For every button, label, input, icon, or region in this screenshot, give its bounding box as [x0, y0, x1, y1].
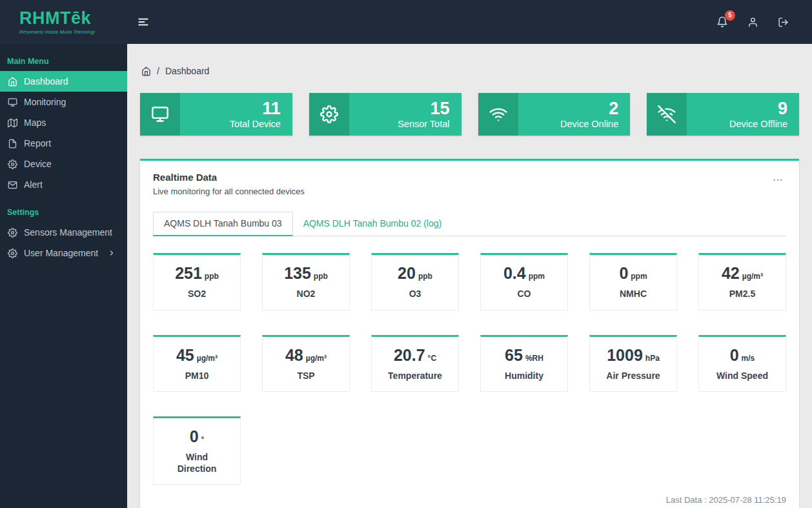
- sensor-unit: ppb: [418, 272, 432, 281]
- sensor-unit: µg/m³: [306, 354, 327, 363]
- sensor-tile-wind-direction: 0° Wind Direction: [153, 416, 241, 485]
- chevron-right-icon: [108, 249, 116, 257]
- stat-label: Device Online: [560, 119, 618, 129]
- sensor-tile-air-pressure: 1009hPa Air Pressure: [589, 335, 677, 392]
- sensor-unit: °: [201, 435, 205, 444]
- stat-cards: 11 Total Device 15 Sensor Total 2 Device…: [140, 93, 799, 136]
- sensor-value: 20.7: [394, 346, 425, 364]
- gear-icon: [309, 93, 349, 136]
- notification-badge: 5: [725, 10, 735, 21]
- sensor-name: CO: [485, 289, 563, 300]
- wifi-icon: [478, 93, 518, 136]
- sensor-name: Wind Direction: [172, 452, 222, 474]
- sensor-tile-no2: 135ppb NO2: [262, 253, 350, 310]
- sensor-unit: ppb: [205, 272, 219, 281]
- sidebar-item-device[interactable]: Device: [0, 154, 127, 174]
- stat-value: 11: [262, 99, 281, 117]
- sensor-name: PM2.5: [703, 289, 782, 300]
- stat-value: 2: [609, 99, 618, 117]
- logout-button[interactable]: [775, 14, 791, 30]
- sensor-value: 65: [505, 346, 523, 364]
- tab-aqms-dlh-tanah-bumbu-03[interactable]: AQMS DLH Tanah Bumbu 03: [153, 212, 293, 236]
- sensor-name: NMHC: [594, 289, 673, 300]
- sensor-tile-wind-speed: 0m/s Wind Speed: [698, 335, 786, 392]
- main-content: / Dashboard 11 Total Device 15 Sensor To…: [127, 44, 812, 508]
- menu-icon: [137, 16, 149, 28]
- user-button[interactable]: [745, 14, 761, 30]
- card-menu-button[interactable]: [769, 172, 786, 188]
- sensor-tile-humidity: 65%RH Humidity: [480, 335, 568, 392]
- sidebar-item-sensors-management[interactable]: Sensors Management: [0, 222, 127, 243]
- card-header: Realtime Data Live monitoring for all co…: [140, 161, 799, 200]
- sensor-value: 0: [190, 427, 199, 445]
- sidebar-item-label: Report: [24, 138, 51, 148]
- sensor-tile-so2: 251ppb SO2: [153, 253, 241, 310]
- file-icon: [8, 139, 17, 148]
- sensor-value: 0: [619, 264, 628, 282]
- sensor-tile-co: 0.4ppm CO: [480, 253, 568, 310]
- sidebar-item-monitoring[interactable]: Monitoring: [0, 92, 127, 112]
- sensor-tile-nmhc: 0ppm NMHC: [589, 253, 677, 310]
- sensor-tile-pm10: 45µg/m³ PM10: [153, 335, 241, 392]
- sensor-name: Wind Speed: [703, 371, 782, 382]
- sidebar-item-alert[interactable]: Alert: [0, 174, 127, 195]
- brand-name: RHMTēk: [19, 10, 127, 27]
- stat-body: 2 Device Online: [518, 93, 631, 136]
- sensor-name: SO2: [157, 289, 236, 300]
- sidebar-item-label: Maps: [24, 117, 46, 128]
- user-icon: [747, 17, 758, 28]
- sensor-unit: µg/m³: [197, 354, 218, 363]
- sensor-value: 135: [284, 264, 311, 282]
- stat-value: 9: [778, 99, 787, 117]
- more-horizontal-icon: [772, 174, 784, 186]
- brand-tagline: Resonansi Hasta Mulia Teknologi: [19, 29, 127, 35]
- home-icon[interactable]: [141, 66, 151, 76]
- sidebar-item-dashboard[interactable]: Dashboard: [0, 71, 127, 92]
- last-data-timestamp: Last Data : 2025-07-28 11:25:19: [140, 485, 799, 508]
- sidebar-toggle-button[interactable]: [135, 14, 152, 30]
- stat-body: 11 Total Device: [180, 93, 292, 136]
- sensor-value: 0: [730, 346, 739, 364]
- sensor-name: NO2: [267, 289, 345, 300]
- stat-body: 9 Device Offline: [687, 93, 799, 136]
- brand-logo[interactable]: RHMTēk Resonansi Hasta Mulia Teknologi: [0, 10, 127, 35]
- logout-icon: [778, 17, 789, 28]
- sidebar-item-user-management[interactable]: User Management: [0, 243, 127, 263]
- sensor-value: 1009: [607, 346, 643, 364]
- mail-icon: [8, 180, 17, 190]
- sidebar-item-maps[interactable]: Maps: [0, 112, 127, 133]
- breadcrumb-separator: /: [157, 66, 159, 76]
- sidebar-item-label: User Management: [24, 248, 98, 258]
- tab-aqms-dlh-tanah-bumbu-02-log[interactable]: AQMS DLH Tanah Bumbu 02 (log): [293, 212, 452, 236]
- sensor-name: PM10: [157, 371, 236, 382]
- sidebar-item-label: Device: [24, 159, 52, 169]
- sensor-grid: 251ppb SO2 135ppb NO2 20ppb O3 0.4ppm CO…: [153, 253, 786, 485]
- breadcrumb-current: Dashboard: [165, 66, 210, 76]
- wifi-off-icon: [647, 93, 687, 136]
- monitor-icon: [8, 97, 17, 107]
- stat-body: 15 Sensor Total: [349, 93, 462, 136]
- gear-icon: [8, 228, 17, 238]
- sensor-unit: µg/m³: [742, 272, 763, 281]
- sidebar-item-label: Sensors Management: [24, 227, 112, 238]
- sensor-name: Temperature: [376, 371, 454, 382]
- card-subtitle: Live monitoring for all connected device…: [153, 187, 305, 196]
- sidebar-item-label: Dashboard: [24, 76, 68, 86]
- monitor-icon: [140, 93, 180, 136]
- stat-card-total-device: 11 Total Device: [140, 93, 292, 136]
- sensor-value: 45: [176, 346, 194, 364]
- sensor-unit: °C: [428, 354, 436, 363]
- topbar-actions: 5: [714, 14, 812, 30]
- sensor-unit: %RH: [525, 354, 543, 363]
- sidebar: Main Menu Dashboard Monitoring Maps Repo…: [0, 44, 127, 508]
- sensor-value: 20: [398, 264, 416, 282]
- sidebar-item-report[interactable]: Report: [0, 133, 127, 154]
- sensor-tile-temperature: 20.7°C Temperature: [371, 335, 459, 392]
- notifications-button[interactable]: 5: [714, 14, 731, 30]
- stat-label: Total Device: [230, 119, 281, 129]
- home-icon: [8, 77, 17, 86]
- card-title: Realtime Data: [153, 172, 305, 183]
- stat-value: 15: [430, 99, 449, 117]
- realtime-data-card: Realtime Data Live monitoring for all co…: [140, 159, 799, 508]
- sidebar-item-label: Monitoring: [24, 97, 66, 107]
